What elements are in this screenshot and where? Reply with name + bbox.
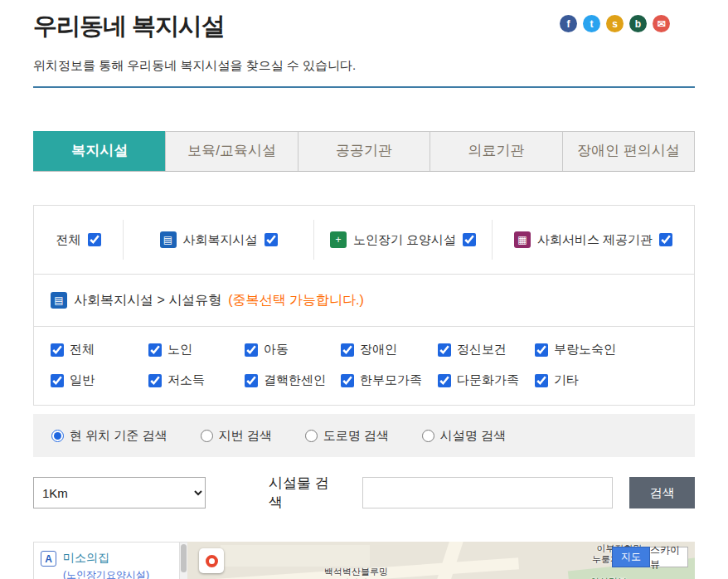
category-filter-row: 전체 ▤ 사회복지시설 + 노인장기 요양시설 ▦ 사회서비스 제공기관 [34, 206, 694, 274]
subtype-mental-health-label: 정신보건 [457, 342, 507, 358]
subtype-multicultural-label: 다문화가족 [457, 372, 519, 388]
map-view-controls: 지도 스카이뷰 [612, 547, 688, 567]
social-share-bar: f t s b ✉ [560, 15, 670, 32]
tab-welfare-facility[interactable]: 복지시설 [33, 131, 166, 171]
result-item[interactable]: A 미소의집 (노인장기요양시설) [41, 551, 172, 579]
band-icon[interactable]: b [629, 15, 647, 32]
kakaostory-icon[interactable]: s [606, 15, 624, 32]
subtype-all-checkbox[interactable] [51, 343, 64, 357]
subtype-all-label: 전체 [70, 342, 95, 358]
search-row: 1Km 시설물 검색 검색 [33, 474, 695, 512]
filter-elder-care-label: 노인장기 요양시설 [353, 232, 456, 248]
subtype-disabled-checkbox[interactable] [341, 343, 354, 357]
page-subtitle: 위치정보를 통해 우리동네 복지시설을 찾으실 수 있습니다. [33, 58, 695, 74]
mode-current-location: 현 위치 기준 검색 [51, 428, 167, 444]
results-map-section: A 미소의집 (노인장기요양시설) 이부절한망 누룽지삼계탕 [33, 542, 695, 579]
map-block [221, 545, 370, 567]
filter-box: 전체 ▤ 사회복지시설 + 노인장기 요양시설 ▦ 사회서비스 제공기관 ▤ 사… [33, 205, 695, 406]
search-mode-bar: 현 위치 기준 검색 지번 검색 도로명 검색 시설명 검색 [33, 414, 695, 457]
subtype-tb-hansen-checkbox[interactable] [245, 374, 258, 387]
welfare-facility-icon: ▤ [160, 231, 177, 248]
subtype-mental-health-checkbox[interactable] [438, 343, 451, 357]
mode-lot-number-radio[interactable] [201, 430, 213, 442]
subtype-low-income-checkbox[interactable] [148, 374, 162, 387]
subtype-multicultural-checkbox[interactable] [438, 374, 451, 387]
subtype-homeless-label: 부랑노숙인 [554, 342, 616, 358]
subtype-homeless-checkbox[interactable] [535, 343, 548, 357]
facility-search-label: 시설물 검색 [269, 474, 342, 512]
result-scrollbar-thumb[interactable] [181, 544, 187, 572]
map-view-button[interactable]: 지도 [612, 547, 650, 567]
twitter-icon[interactable]: t [583, 15, 600, 32]
subtype-elderly-checkbox[interactable] [148, 343, 162, 357]
facebook-icon[interactable]: f [560, 15, 577, 32]
current-location-icon [206, 555, 218, 567]
subtype-homeless: 부랑노숙인 [535, 342, 677, 358]
subtype-tb-hansen-label: 결핵한센인 [264, 372, 326, 388]
filter-social-service: ▦ 사회서비스 제공기관 [493, 220, 694, 260]
subtype-low-income: 저소득 [148, 372, 245, 388]
subtype-children-checkbox[interactable] [245, 343, 258, 357]
subtype-other-checkbox[interactable] [535, 374, 548, 387]
current-location-button[interactable] [199, 548, 224, 573]
distance-select[interactable]: 1Km [33, 477, 206, 508]
subtype-single-parent: 한부모가족 [341, 372, 438, 388]
mode-lot-number: 지번 검색 [201, 428, 272, 444]
tab-public-institution[interactable]: 공공기관 [298, 131, 430, 171]
subtype-all: 전체 [51, 342, 148, 358]
mode-facility-name-radio[interactable] [422, 430, 434, 442]
filter-welfare-label: 사회복지시설 [183, 232, 258, 248]
filter-all-label: 전체 [56, 232, 81, 248]
tab-childcare-education[interactable]: 보육/교육시설 [165, 131, 298, 171]
subtype-heading-text: 사회복지시설 > 시설유형 [74, 292, 221, 309]
filter-welfare-checkbox[interactable] [265, 233, 278, 246]
mode-lot-number-label: 지번 검색 [219, 428, 272, 444]
filter-all: 전체 [34, 220, 124, 260]
mode-road-name-radio[interactable] [305, 430, 318, 442]
page: 우리동네 복지시설 f t s b ✉ 위치정보를 통해 우리동네 복지시설을 … [0, 10, 728, 579]
search-button[interactable]: 검색 [629, 477, 695, 508]
subtype-single-parent-label: 한부모가족 [360, 372, 422, 388]
subtype-general-label: 일반 [70, 372, 95, 388]
social-service-icon: ▦ [514, 231, 531, 248]
filter-elder-care: + 노인장기 요양시설 [314, 220, 493, 260]
subtype-children-label: 아동 [264, 342, 289, 358]
subtype-heading-note: (중복선택 가능합니다.) [228, 292, 364, 309]
email-icon[interactable]: ✉ [653, 15, 670, 32]
elder-care-icon: + [330, 231, 347, 248]
subtype-elderly-label: 노인 [167, 342, 192, 358]
map-canvas[interactable]: 이부절한망 누룽지삼계탕 백석벽산블루밍 2차아파트 안산경북 지도 스카이뷰 … [187, 542, 695, 579]
subtype-other: 기타 [535, 372, 677, 388]
mode-road-name: 도로명 검색 [305, 428, 389, 444]
subtype-tb-hansen: 결핵한센인 [245, 372, 341, 388]
result-scrollbar[interactable] [179, 543, 187, 579]
result-list-panel: A 미소의집 (노인장기요양시설) [33, 542, 187, 579]
mode-facility-name: 시설명 검색 [422, 428, 506, 444]
mode-current-location-radio[interactable] [51, 430, 64, 442]
mode-facility-name-label: 시설명 검색 [440, 428, 506, 444]
result-type: (노인장기요양시설) [63, 568, 149, 579]
result-name[interactable]: 미소의집 [63, 551, 149, 566]
header-divider [33, 86, 695, 88]
skyview-button[interactable]: 스카이뷰 [650, 547, 688, 567]
subtype-low-income-label: 저소득 [167, 372, 205, 388]
mode-road-name-label: 도로명 검색 [323, 428, 389, 444]
tab-disabled-amenities[interactable]: 장애인 편의시설 [562, 131, 695, 171]
facility-search-input[interactable] [362, 477, 613, 508]
subtype-checkbox-grid: 전체 노인 아동 장애인 정신보건 부랑노숙인 일반 저소득 결핵한센인 한부모… [34, 327, 694, 405]
subtype-elderly: 노인 [148, 342, 245, 358]
subtype-general-checkbox[interactable] [51, 374, 64, 387]
tab-medical-institution[interactable]: 의료기관 [430, 131, 562, 171]
subtype-general: 일반 [51, 372, 148, 388]
subtype-mental-health: 정신보건 [438, 342, 535, 358]
mode-current-location-label: 현 위치 기준 검색 [70, 428, 167, 444]
filter-all-checkbox[interactable] [88, 233, 101, 246]
subtype-disabled: 장애인 [341, 342, 438, 358]
welfare-facility-icon: ▤ [51, 292, 67, 309]
marker-a-badge: A [41, 551, 56, 567]
filter-elder-care-checkbox[interactable] [463, 233, 476, 246]
subtype-disabled-label: 장애인 [360, 342, 397, 358]
subtype-single-parent-checkbox[interactable] [341, 374, 354, 387]
filter-social-service-checkbox[interactable] [659, 233, 672, 246]
result-list: A 미소의집 (노인장기요양시설) [34, 543, 179, 579]
